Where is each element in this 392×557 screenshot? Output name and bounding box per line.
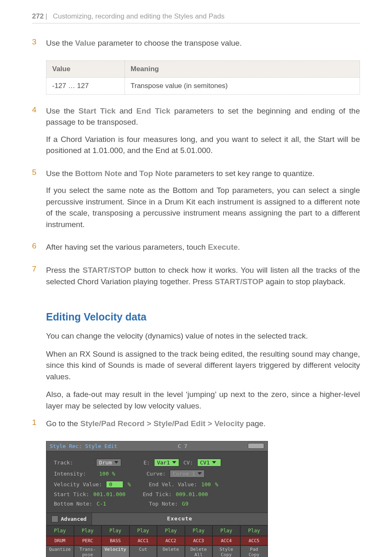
edit-tab[interactable]: Delete	[157, 545, 185, 557]
bottom-note-label: Bottom Note:	[54, 501, 92, 507]
play-button[interactable]: Play	[129, 525, 157, 536]
table-header-meaning: Meaning	[125, 60, 360, 77]
chevron-down-icon	[212, 461, 216, 464]
step-number: 6	[32, 241, 46, 260]
ui-term: Execute	[208, 243, 238, 251]
edit-tab[interactable]: Pad Copy	[240, 545, 268, 557]
track-header[interactable]: ACC5	[240, 536, 268, 545]
edit-tab[interactable]: Velocity	[101, 545, 129, 557]
start-tick-value[interactable]: 001.01.000	[93, 491, 125, 497]
execute-button[interactable]: Execute	[92, 513, 267, 525]
play-button[interactable]: Play	[46, 525, 74, 536]
play-button[interactable]: Play	[240, 525, 268, 536]
bottom-note-value[interactable]: C-1	[97, 501, 106, 507]
play-button[interactable]: Play	[74, 525, 102, 536]
table-header-value: Value	[46, 60, 125, 77]
track-header[interactable]: ACC2	[157, 536, 185, 545]
step-number: 5	[32, 168, 46, 237]
track-dropdown[interactable]: Drum	[96, 459, 121, 466]
start-tick-label: Start Tick:	[54, 491, 89, 497]
track-header[interactable]: DRUM	[46, 536, 74, 545]
end-tick-label: End Tick:	[143, 491, 171, 497]
edit-tab[interactable]: Quantize	[46, 545, 74, 557]
curve-dropdown[interactable]: Curve 1	[170, 470, 205, 478]
text-run: and	[115, 107, 136, 115]
edit-tab[interactable]: Delete All	[185, 545, 213, 557]
text-run: parameter to choose the transpose value.	[95, 39, 242, 47]
top-note-value[interactable]: G9	[182, 501, 189, 507]
table-cell-meaning: Transpose value (in semitones)	[125, 77, 360, 94]
intensity-label: Intensity:	[54, 471, 86, 477]
step-body: After having set the various parameters,…	[46, 241, 360, 260]
table-row: -127 … 127Transpose value (in semitones)	[46, 77, 360, 94]
step: 7Press the START/STOP button to check ho…	[32, 265, 360, 294]
track-header[interactable]: ACC3	[185, 536, 213, 545]
device-titlebar: Style Rec: Style Edit C 7	[46, 441, 268, 451]
text-run: Go to the	[46, 419, 80, 428]
step-body: Use the Start Tick and End Tick paramete…	[46, 105, 360, 163]
checkbox-icon	[51, 515, 58, 522]
track-header[interactable]: PERC	[74, 536, 102, 545]
step: 1Go to the Style/Pad Record > Style/Pad …	[32, 418, 360, 436]
track-label: Track:	[54, 460, 73, 466]
step: 4Use the Start Tick and End Tick paramet…	[32, 105, 360, 163]
e-label: E:	[143, 460, 150, 466]
step-body: Go to the Style/Pad Record > Style/Pad E…	[46, 418, 360, 436]
text-run: and	[122, 169, 139, 178]
text-run: Use the	[46, 107, 78, 115]
track-header[interactable]: ACC1	[129, 536, 157, 545]
step-paragraph: If a Chord Variation is four measures lo…	[46, 134, 360, 156]
step-number: 1	[32, 418, 46, 436]
advanced-checkbox[interactable]: Advanced	[46, 513, 92, 525]
intensity-value[interactable]: 100 %	[99, 471, 115, 477]
section-title: Editing Velocity data	[46, 311, 360, 323]
text-run: Press the	[46, 266, 83, 274]
text-run: parameters to set key range to quantize.	[173, 169, 314, 178]
edit-tab[interactable]: Trans- pose	[74, 545, 102, 557]
step-paragraph: Press the START/STOP button to check how…	[46, 265, 360, 287]
page-header: 272 | Customizing, recording and editing…	[32, 12, 360, 23]
value-meaning-table: Value Meaning -127 … 127Transpose value …	[46, 60, 360, 95]
table-cell-value: -127 … 127	[46, 77, 125, 94]
velocity-value-label: Velocity Value:	[54, 481, 102, 487]
edit-tab[interactable]: Cut	[129, 545, 157, 557]
text-run: Use the	[46, 169, 75, 178]
velocity-value-unit: %	[127, 481, 131, 487]
cv-dropdown[interactable]: CV1	[197, 459, 221, 466]
text-run: page.	[244, 419, 266, 428]
step-paragraph: After having set the various parameters,…	[46, 241, 360, 253]
chevron-down-icon	[198, 472, 202, 475]
step-paragraph: Use the Value parameter to choose the tr…	[46, 37, 360, 49]
ui-term: Start Tick	[78, 107, 115, 115]
track-header[interactable]: BASS	[101, 536, 129, 545]
menu-icon[interactable]	[248, 443, 264, 449]
section-paragraph: When an RX Sound is assigned to the trac…	[46, 348, 360, 383]
end-tick-value[interactable]: 009.01.000	[176, 491, 208, 497]
device-screenshot: Style Rec: Style Edit C 7 Track: Drum E:…	[46, 441, 268, 557]
chevron-down-icon	[114, 461, 118, 464]
chevron-down-icon	[172, 461, 176, 464]
e-dropdown[interactable]: Var1	[154, 459, 179, 466]
end-vel-value[interactable]: 100	[201, 481, 211, 487]
step-paragraph: Use the Start Tick and End Tick paramete…	[46, 105, 360, 128]
header-separator: |	[45, 12, 47, 21]
play-button[interactable]: Play	[212, 525, 240, 536]
play-button[interactable]: Play	[157, 525, 185, 536]
track-header[interactable]: ACC4	[212, 536, 240, 545]
section-paragraph: You can change the velocity (dynamics) v…	[46, 330, 360, 342]
cv-label: CV:	[183, 460, 193, 466]
text-run: Use the	[46, 39, 75, 47]
step-paragraph: Go to the Style/Pad Record > Style/Pad E…	[46, 418, 360, 429]
play-button[interactable]: Play	[101, 525, 129, 536]
edit-tab[interactable]: Style Copy	[212, 545, 240, 557]
top-note-label: Top Note:	[149, 501, 178, 507]
velocity-value-field[interactable]: 0	[106, 481, 123, 488]
play-button[interactable]: Play	[185, 525, 213, 536]
device-title-center: C 7	[125, 443, 240, 449]
device-title-left: Style Rec: Style Edit	[50, 443, 117, 449]
ui-term: Style/Pad Record > Style/Pad Edit > Velo…	[80, 419, 244, 428]
step-body: Use the Value parameter to choose the tr…	[46, 37, 360, 56]
step-body: Use the Bottom Note and Top Note paramet…	[46, 168, 360, 237]
step-number: 3	[32, 37, 46, 56]
text-run: again to stop playback.	[263, 277, 346, 286]
